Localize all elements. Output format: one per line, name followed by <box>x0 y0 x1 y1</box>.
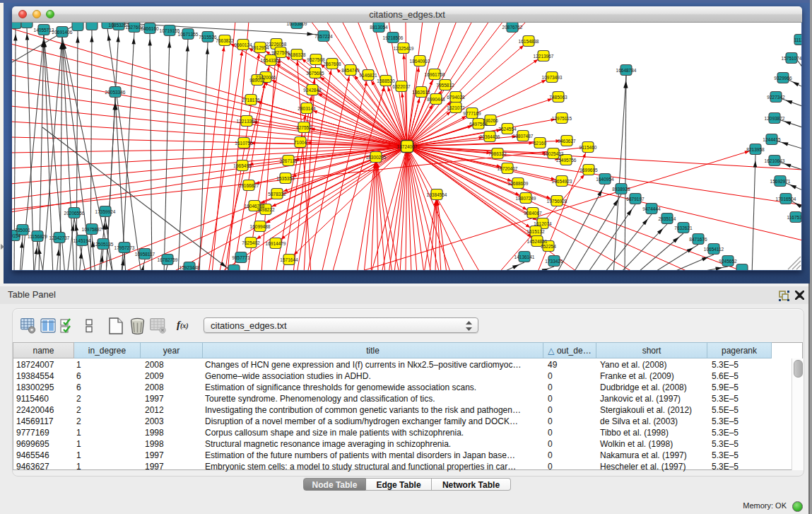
svg-text:7955812: 7955812 <box>436 83 454 88</box>
svg-text:15751074: 15751074 <box>782 56 801 61</box>
svg-text:8471676: 8471676 <box>689 237 707 242</box>
svg-text:3624554: 3624554 <box>498 127 517 132</box>
svg-text:10688609: 10688609 <box>508 181 529 186</box>
svg-text:1615132: 1615132 <box>526 229 545 234</box>
svg-text:9146821: 9146821 <box>359 73 377 78</box>
svg-text:9084067: 9084067 <box>524 211 542 216</box>
svg-text:16099488: 16099488 <box>250 224 271 229</box>
svg-text:12975115: 12975115 <box>552 116 572 121</box>
svg-text:6794028: 6794028 <box>447 95 465 100</box>
svg-text:1145194: 1145194 <box>73 238 91 243</box>
svg-text:6497568: 6497568 <box>469 122 488 127</box>
svg-text:427552: 427552 <box>296 125 312 130</box>
svg-text:8990448: 8990448 <box>427 97 445 102</box>
svg-text:1733426: 1733426 <box>545 259 563 264</box>
svg-text:15495756: 15495756 <box>556 158 577 163</box>
svg-text:8938928: 8938928 <box>612 187 630 192</box>
svg-text:9857771: 9857771 <box>232 255 250 260</box>
svg-text:1244415: 1244415 <box>763 137 781 142</box>
svg-text:14136141: 14136141 <box>514 255 535 259</box>
svg-text:12505135: 12505135 <box>93 242 114 247</box>
svg-text:2803144: 2803144 <box>298 106 316 111</box>
svg-text:9329966: 9329966 <box>774 76 792 81</box>
svg-text:18807249: 18807249 <box>516 196 536 201</box>
svg-text:1588520: 1588520 <box>377 78 395 83</box>
svg-text:10719155: 10719155 <box>160 28 180 33</box>
svg-text:17957273: 17957273 <box>114 245 135 250</box>
svg-text:20876762: 20876762 <box>502 25 523 30</box>
svg-text:9474444: 9474444 <box>642 206 661 211</box>
svg-text:9777169: 9777169 <box>463 111 481 116</box>
svg-text:1621072: 1621072 <box>447 105 465 110</box>
svg-text:2935114: 2935114 <box>659 216 676 221</box>
svg-text:62160: 62160 <box>534 141 546 146</box>
svg-text:19756928: 19756928 <box>547 199 567 204</box>
svg-text:16210643: 16210643 <box>765 158 785 163</box>
svg-text:12342737: 12342737 <box>49 235 70 240</box>
svg-text:16782759: 16782759 <box>158 257 178 262</box>
svg-text:7485063: 7485063 <box>549 95 567 100</box>
svg-text:11123: 11123 <box>794 37 801 42</box>
svg-text:12213967: 12213967 <box>534 54 554 59</box>
svg-text:14524851: 14524851 <box>527 239 548 244</box>
svg-text:15720407: 15720407 <box>498 166 518 171</box>
svg-text:1167533: 1167533 <box>787 215 801 220</box>
svg-text:19654923: 19654923 <box>552 179 572 184</box>
svg-text:14055712: 14055712 <box>34 28 54 33</box>
svg-text:1640954: 1640954 <box>596 177 614 182</box>
svg-text:16961758: 16961758 <box>425 72 445 77</box>
svg-text:7632621: 7632621 <box>674 226 693 230</box>
svg-text:15692971: 15692971 <box>770 179 791 184</box>
svg-text:9242848: 9242848 <box>303 88 322 93</box>
svg-text:2718176: 2718176 <box>242 98 260 103</box>
svg-text:1571644: 1571644 <box>280 257 298 262</box>
svg-text:8213958: 8213958 <box>746 147 765 152</box>
svg-text:9660124: 9660124 <box>234 42 252 47</box>
svg-text:7663822: 7663822 <box>216 38 234 43</box>
svg-text:10025433: 10025433 <box>543 151 564 156</box>
svg-text:10973493: 10973493 <box>542 75 563 80</box>
svg-text:12213369: 12213369 <box>237 119 257 124</box>
svg-text:6879197: 6879197 <box>626 197 645 201</box>
svg-text:10671355: 10671355 <box>178 32 199 37</box>
svg-text:3267115: 3267115 <box>280 158 298 163</box>
svg-text:16154838: 16154838 <box>519 39 539 44</box>
svg-text:20364436: 20364436 <box>480 134 500 139</box>
svg-text:9115460: 9115460 <box>579 145 597 150</box>
svg-text:18724007: 18724007 <box>397 144 418 149</box>
svg-text:20206556: 20206556 <box>64 211 85 216</box>
svg-text:9227342: 9227342 <box>767 95 785 100</box>
svg-text:16053809: 16053809 <box>287 23 307 26</box>
svg-text:18640910: 18640910 <box>410 59 430 64</box>
svg-text:71004: 71004 <box>294 140 307 145</box>
svg-text:12325419: 12325419 <box>394 46 414 51</box>
svg-text:1362615: 1362615 <box>412 90 430 95</box>
svg-text:7986322: 7986322 <box>488 151 507 156</box>
svg-text:5878332: 5878332 <box>268 192 286 197</box>
svg-text:19166827: 19166827 <box>239 183 259 188</box>
svg-text:19384554: 19384554 <box>427 192 447 197</box>
svg-text:1965498: 1965498 <box>233 163 252 168</box>
svg-text:1610755: 1610755 <box>235 141 253 146</box>
svg-text:6466160: 6466160 <box>141 26 159 31</box>
svg-text:16648784: 16648784 <box>616 68 637 73</box>
svg-text:1535359: 1535359 <box>276 176 295 181</box>
svg-text:20053346: 20053346 <box>105 90 126 95</box>
svg-text:9827509: 9827509 <box>271 50 290 55</box>
svg-text:7357224: 7357224 <box>314 34 333 39</box>
svg-text:7515526: 7515526 <box>199 35 217 40</box>
svg-text:9527508: 9527508 <box>307 57 325 62</box>
svg-text:16543362: 16543362 <box>261 58 281 63</box>
svg-text:19218506: 19218506 <box>383 35 404 40</box>
svg-text:3498222: 3498222 <box>257 207 275 212</box>
svg-text:17016504: 17016504 <box>776 197 796 201</box>
svg-text:17359924: 17359924 <box>95 209 116 214</box>
svg-text:10958117: 10958117 <box>135 252 155 257</box>
svg-text:10975887: 10975887 <box>82 227 102 232</box>
svg-text:11156829: 11156829 <box>28 234 47 239</box>
svg-text:7625402: 7625402 <box>242 240 260 245</box>
svg-text:18300295: 18300295 <box>366 155 387 160</box>
svg-text:1612074: 1612074 <box>534 221 552 226</box>
svg-text:8186328: 8186328 <box>288 52 306 57</box>
svg-text:8813054: 8813054 <box>370 25 388 30</box>
